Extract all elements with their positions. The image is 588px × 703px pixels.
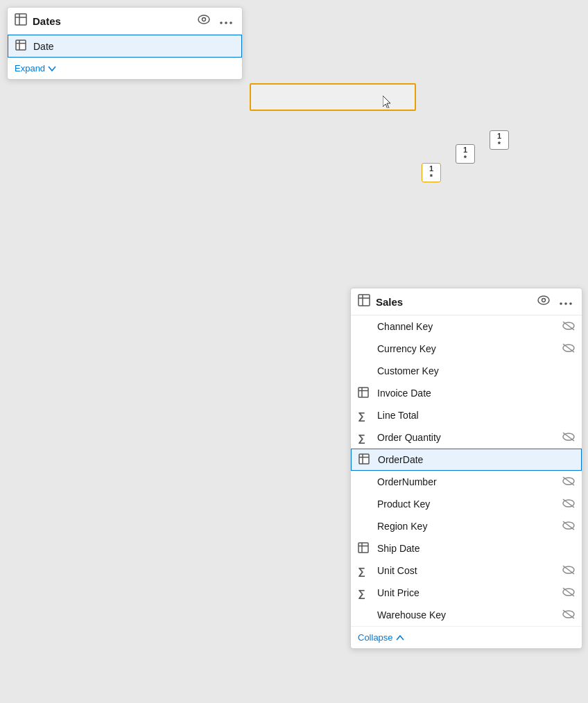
order-date-label: OrderDate: [378, 454, 574, 465]
dates-card: Dates: [7, 7, 243, 80]
svg-point-9: [198, 15, 209, 24]
highlight-box: [250, 83, 416, 111]
unit-price-hidden-icon: [562, 587, 575, 599]
sales-row-order-number[interactable]: OrderNumber: [351, 471, 582, 493]
sales-table-icon: [358, 294, 370, 309]
channel-key-label: Channel Key: [377, 321, 557, 332]
badge-2-top: 1: [463, 146, 467, 154]
sales-row-order-date[interactable]: OrderDate: [351, 449, 582, 471]
badge-2: 1 *: [456, 144, 475, 164]
badge-3-top: 1: [497, 132, 501, 140]
sales-row-unit-cost[interactable]: ∑ Unit Cost: [351, 559, 582, 582]
sales-row-order-quantity[interactable]: ∑ Order Quantity: [351, 426, 582, 449]
badge-1-top: 1: [429, 164, 433, 173]
badge-3: 1 *: [490, 130, 509, 150]
badge-1-bottom: *: [430, 173, 433, 181]
invoice-date-icon: [358, 387, 372, 400]
sales-row-product-key[interactable]: Product Key: [351, 493, 582, 515]
invoice-date-label: Invoice Date: [377, 388, 575, 399]
svg-point-25: [569, 302, 572, 305]
sales-row-invoice-date[interactable]: Invoice Date: [351, 382, 582, 404]
order-number-hidden-icon: [562, 476, 575, 488]
order-date-icon: [358, 453, 372, 467]
sales-card: Sales Channe: [350, 288, 582, 649]
svg-point-24: [564, 302, 567, 305]
sales-row-ship-date[interactable]: Ship Date: [351, 537, 582, 559]
sales-row-warehouse-key[interactable]: Warehouse Key: [351, 604, 582, 626]
dates-visibility-btn[interactable]: [195, 13, 213, 28]
sales-visibility-btn[interactable]: [535, 294, 553, 309]
canvas: Dates: [0, 0, 588, 703]
unit-cost-hidden-icon: [562, 565, 575, 577]
order-number-label: OrderNumber: [377, 476, 557, 487]
channel-key-hidden-icon: [562, 321, 575, 333]
order-quantity-sigma-icon: ∑: [358, 432, 372, 444]
svg-rect-30: [358, 388, 368, 397]
dates-more-btn[interactable]: [217, 13, 235, 28]
collapse-btn[interactable]: Collapse: [351, 626, 582, 648]
svg-rect-6: [15, 14, 26, 25]
badge-1: 1 *: [422, 163, 441, 182]
dates-card-title: Dates: [33, 15, 189, 27]
unit-cost-sigma-icon: ∑: [358, 565, 372, 577]
date-table-icon: [15, 40, 28, 53]
currency-key-label: Currency Key: [377, 343, 557, 354]
currency-key-hidden-icon: [562, 343, 575, 355]
expand-label: Expand: [15, 63, 45, 73]
sales-row-customer-key[interactable]: Customer Key: [351, 360, 582, 382]
sales-card-header: Sales: [351, 288, 582, 315]
unit-price-label: Unit Price: [377, 587, 557, 598]
sales-row-region-key[interactable]: Region Key: [351, 515, 582, 537]
dates-card-header: Dates: [8, 8, 242, 35]
date-row-label: Date: [33, 41, 234, 52]
svg-rect-44: [358, 543, 368, 553]
svg-point-23: [560, 302, 562, 305]
date-row[interactable]: Date: [8, 35, 242, 58]
warehouse-key-label: Warehouse Key: [377, 609, 557, 620]
unit-price-sigma-icon: ∑: [358, 587, 372, 599]
svg-point-13: [230, 21, 232, 24]
svg-point-11: [220, 21, 223, 24]
sales-card-title: Sales: [376, 296, 529, 308]
line-total-label: Line Total: [377, 410, 575, 421]
sales-card-actions: [535, 294, 575, 309]
badge-2-bottom: *: [464, 154, 467, 162]
svg-point-12: [225, 21, 227, 24]
collapse-chevron-icon: [396, 632, 404, 643]
dates-table-icon: [15, 13, 27, 28]
badge-3-bottom: *: [498, 140, 501, 148]
order-quantity-label: Order Quantity: [377, 432, 557, 443]
sales-row-currency-key[interactable]: Currency Key: [351, 338, 582, 360]
svg-point-10: [202, 18, 206, 21]
sales-row-line-total[interactable]: ∑ Line Total: [351, 404, 582, 426]
customer-key-label: Customer Key: [377, 365, 575, 376]
svg-rect-18: [358, 295, 370, 306]
ship-date-label: Ship Date: [377, 543, 575, 554]
svg-rect-14: [16, 40, 26, 50]
sales-more-btn[interactable]: [557, 294, 575, 309]
ship-date-icon: [358, 542, 372, 555]
svg-point-21: [538, 296, 549, 304]
expand-btn[interactable]: Expand: [8, 58, 242, 79]
line-total-sigma-icon: ∑: [358, 410, 372, 422]
sales-row-channel-key[interactable]: Channel Key: [351, 315, 582, 338]
svg-point-22: [542, 299, 546, 302]
order-quantity-hidden-icon: [562, 432, 575, 444]
svg-rect-35: [359, 454, 369, 464]
product-key-label: Product Key: [377, 498, 557, 510]
region-key-label: Region Key: [377, 521, 557, 532]
warehouse-key-hidden-icon: [562, 609, 575, 621]
product-key-hidden-icon: [562, 498, 575, 510]
sales-row-unit-price[interactable]: ∑ Unit Price: [351, 582, 582, 604]
unit-cost-label: Unit Cost: [377, 565, 557, 576]
collapse-label: Collapse: [358, 632, 393, 643]
region-key-hidden-icon: [562, 521, 575, 532]
expand-chevron-icon: [48, 63, 56, 73]
dates-card-actions: [195, 13, 235, 28]
